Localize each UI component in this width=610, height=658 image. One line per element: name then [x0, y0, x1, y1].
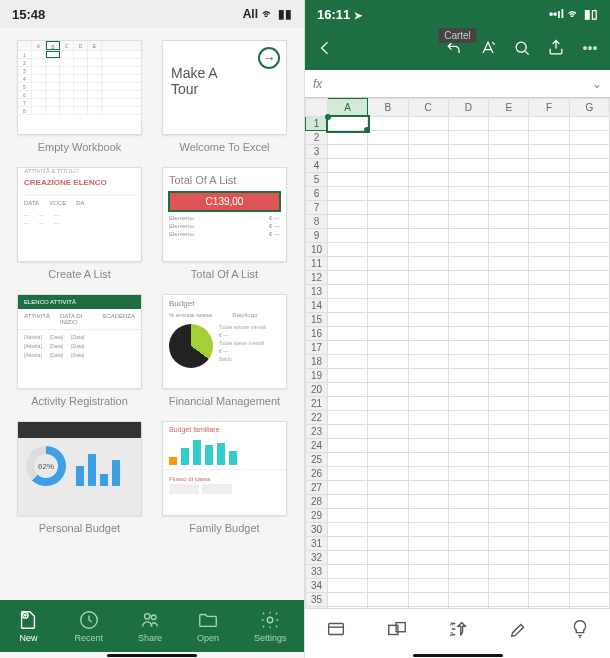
cell[interactable] [448, 215, 488, 229]
cell[interactable] [368, 453, 408, 467]
cell[interactable] [448, 201, 488, 215]
row-header[interactable]: 18 [306, 355, 328, 369]
search-button[interactable] [512, 38, 532, 62]
cell[interactable] [448, 495, 488, 509]
cell[interactable] [408, 397, 448, 411]
cell[interactable] [489, 397, 529, 411]
cell[interactable] [328, 495, 368, 509]
cell[interactable] [368, 593, 408, 607]
cell[interactable] [328, 439, 368, 453]
cell[interactable] [448, 159, 488, 173]
cell[interactable] [529, 313, 569, 327]
cell[interactable] [328, 369, 368, 383]
row-header[interactable]: 20 [306, 383, 328, 397]
cell[interactable] [529, 327, 569, 341]
cell[interactable] [529, 481, 569, 495]
nav-open[interactable]: Open [197, 609, 219, 643]
cell[interactable] [569, 131, 609, 145]
cell[interactable] [368, 117, 408, 131]
cell[interactable] [529, 215, 569, 229]
cell[interactable] [328, 509, 368, 523]
cell[interactable] [328, 453, 368, 467]
cell[interactable] [408, 355, 448, 369]
cell[interactable] [489, 537, 529, 551]
cell[interactable] [448, 551, 488, 565]
cell[interactable] [489, 495, 529, 509]
cell[interactable] [328, 551, 368, 565]
cell[interactable] [328, 397, 368, 411]
back-button[interactable] [315, 38, 335, 62]
cell[interactable] [529, 145, 569, 159]
chevron-down-icon[interactable]: ⌄ [592, 77, 602, 91]
cell[interactable] [328, 159, 368, 173]
cell[interactable] [368, 383, 408, 397]
cell[interactable] [489, 243, 529, 257]
cell[interactable] [529, 453, 569, 467]
cell[interactable] [569, 509, 609, 523]
cell[interactable] [448, 593, 488, 607]
template-empty-workbook[interactable]: ABCDE 1 2 3 4 5 6 7 8 Empty Workbook [12, 40, 147, 153]
cell[interactable] [368, 201, 408, 215]
cell[interactable] [368, 131, 408, 145]
cell[interactable] [529, 355, 569, 369]
cell[interactable] [529, 383, 569, 397]
cell[interactable] [448, 397, 488, 411]
cell[interactable] [489, 201, 529, 215]
cell[interactable] [529, 439, 569, 453]
cell[interactable] [328, 215, 368, 229]
cell[interactable] [569, 593, 609, 607]
cell[interactable] [569, 523, 609, 537]
cell[interactable] [448, 523, 488, 537]
cell[interactable] [489, 467, 529, 481]
cell[interactable] [408, 271, 448, 285]
cell[interactable] [368, 565, 408, 579]
cell[interactable] [529, 131, 569, 145]
cell[interactable] [569, 173, 609, 187]
cell[interactable] [368, 327, 408, 341]
cell[interactable] [569, 341, 609, 355]
cell[interactable] [489, 257, 529, 271]
cell[interactable] [408, 411, 448, 425]
cell[interactable] [328, 187, 368, 201]
template-family-budget[interactable]: Budget familiare Flusso di cassa Family … [157, 421, 292, 534]
cell[interactable] [489, 327, 529, 341]
cell[interactable] [529, 509, 569, 523]
cell[interactable] [408, 341, 448, 355]
row-header[interactable]: 30 [306, 523, 328, 537]
cell[interactable] [408, 509, 448, 523]
cell[interactable] [328, 271, 368, 285]
cell[interactable] [408, 173, 448, 187]
cell[interactable] [328, 411, 368, 425]
cell[interactable] [328, 313, 368, 327]
cell[interactable] [489, 411, 529, 425]
cell[interactable] [529, 523, 569, 537]
cell[interactable] [569, 537, 609, 551]
row-header[interactable]: 31 [306, 537, 328, 551]
cell[interactable] [529, 425, 569, 439]
template-total-list[interactable]: Total Of A List C139,00 Elemento€ —Eleme… [157, 167, 292, 280]
cell[interactable] [569, 327, 609, 341]
cell[interactable] [489, 131, 529, 145]
cell[interactable] [529, 173, 569, 187]
cell[interactable] [569, 117, 609, 131]
row-header[interactable]: 21 [306, 397, 328, 411]
row-header[interactable]: 25 [306, 453, 328, 467]
cell[interactable] [448, 117, 488, 131]
cell[interactable] [489, 145, 529, 159]
cell[interactable] [368, 341, 408, 355]
col-header[interactable]: F [529, 99, 569, 117]
share-button[interactable] [546, 38, 566, 62]
cell[interactable] [368, 243, 408, 257]
cell[interactable] [448, 145, 488, 159]
row-header[interactable]: 32 [306, 551, 328, 565]
cell[interactable] [328, 229, 368, 243]
template-personal-budget[interactable]: Personal Budget [12, 421, 147, 534]
cell[interactable] [368, 411, 408, 425]
cell[interactable] [328, 201, 368, 215]
row-header[interactable]: 22 [306, 411, 328, 425]
cell[interactable] [408, 439, 448, 453]
cell[interactable] [408, 551, 448, 565]
cell[interactable] [328, 523, 368, 537]
cell[interactable] [328, 579, 368, 593]
cell[interactable] [448, 425, 488, 439]
